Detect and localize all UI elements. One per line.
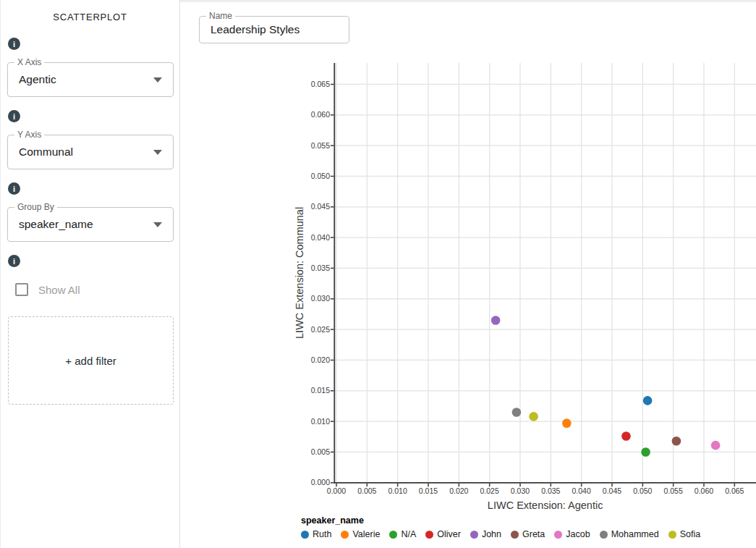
legend-item-N/A[interactable]: N/A xyxy=(389,529,416,539)
y-tick-label: 0.060 xyxy=(311,110,330,119)
y-tick-label: 0.020 xyxy=(311,355,330,364)
legend-items: RuthValerieN/AOliverJohnGretaJacobMohamm… xyxy=(301,529,700,539)
x-tick-label: 0.000 xyxy=(327,486,346,495)
y-axis-select[interactable]: Y Axis Communal xyxy=(7,135,174,169)
chart-panel: Name Leadership Styles 0.0000.0050.0100.… xyxy=(180,0,756,548)
y-tick-label: 0.065 xyxy=(311,80,330,88)
info-icon-y-axis[interactable]: i xyxy=(8,110,20,122)
scatter-point-Mohammed[interactable] xyxy=(512,408,522,417)
x-tick-label: 0.055 xyxy=(664,486,683,495)
scatter-point-Greta[interactable] xyxy=(672,437,681,446)
legend-item-Oliver[interactable]: Oliver xyxy=(425,529,461,539)
legend-item-John[interactable]: John xyxy=(470,529,501,539)
legend-swatch-icon xyxy=(470,531,478,539)
sidebar-title: SCATTERPLOT xyxy=(1,12,179,22)
legend-item-Jacob[interactable]: Jacob xyxy=(554,529,590,539)
show-all-toggle[interactable]: Show All xyxy=(15,282,80,297)
legend-label: Ruth xyxy=(313,529,331,539)
y-axis-field-value: Communal xyxy=(19,146,73,159)
y-tick-label: 0.000 xyxy=(311,478,330,486)
legend-swatch-icon xyxy=(301,531,309,539)
legend-swatch-icon xyxy=(389,531,397,539)
x-axis-field-label: X Axis xyxy=(14,57,44,67)
legend-label: John xyxy=(482,529,501,539)
y-axis-field-label: Y Axis xyxy=(14,130,44,140)
group-by-select[interactable]: Group By speaker_name xyxy=(7,207,174,242)
x-tick-label: 0.060 xyxy=(695,486,713,495)
chevron-down-icon xyxy=(153,77,162,83)
scatter-point-N/A[interactable] xyxy=(641,447,650,457)
x-tick-label: 0.030 xyxy=(511,486,530,495)
y-tick-label: 0.040 xyxy=(311,233,330,242)
chart-legend: speaker_name RuthValerieN/AOliverJohnGre… xyxy=(301,515,700,539)
legend-swatch-icon xyxy=(425,531,433,539)
group-by-field-value: speaker_name xyxy=(19,218,93,231)
legend-label: Valerie xyxy=(352,529,380,539)
x-tick-label: 0.065 xyxy=(725,486,744,495)
x-axis-field-value: Agentic xyxy=(19,73,56,86)
show-all-label: Show All xyxy=(38,284,80,296)
legend-label: Jacob xyxy=(566,529,590,539)
chevron-down-icon xyxy=(153,222,162,227)
chevron-down-icon xyxy=(153,150,162,155)
legend-item-Mohammed[interactable]: Mohammed xyxy=(600,529,659,539)
y-tick-label: 0.025 xyxy=(311,325,330,334)
legend-item-Greta[interactable]: Greta xyxy=(511,529,545,539)
legend-swatch-icon xyxy=(511,531,519,539)
y-tick-label: 0.010 xyxy=(311,417,330,426)
legend-item-Ruth[interactable]: Ruth xyxy=(301,529,331,539)
legend-item-Valerie[interactable]: Valerie xyxy=(341,529,380,539)
y-tick-label: 0.045 xyxy=(311,202,330,211)
legend-item-Sofia[interactable]: Sofia xyxy=(668,529,701,539)
legend-title: speaker_name xyxy=(301,515,700,526)
y-tick-label: 0.035 xyxy=(311,264,330,272)
x-tick-label: 0.015 xyxy=(419,486,438,495)
scatterplot-chart: 0.0000.0050.0100.0150.0200.0250.0300.035… xyxy=(181,0,756,548)
show-all-checkbox[interactable] xyxy=(15,283,28,296)
scatter-point-Jacob[interactable] xyxy=(711,441,721,450)
scatter-point-Sofia[interactable] xyxy=(529,412,538,421)
add-filter-button[interactable]: + add filter xyxy=(8,316,174,405)
info-icon-show-all[interactable]: i xyxy=(8,255,20,267)
x-tick-label: 0.035 xyxy=(541,486,560,495)
x-axis-select[interactable]: X Axis Agentic xyxy=(7,62,174,97)
y-tick-label: 0.005 xyxy=(311,447,330,456)
x-tick-label: 0.050 xyxy=(633,486,652,495)
legend-swatch-icon xyxy=(554,531,562,539)
info-icon-x-axis[interactable]: i xyxy=(8,38,20,50)
scatter-point-Oliver[interactable] xyxy=(621,431,631,441)
y-tick-label: 0.050 xyxy=(311,172,330,180)
scatter-point-John[interactable] xyxy=(491,316,501,325)
legend-label: N/A xyxy=(401,529,416,539)
legend-label: Greta xyxy=(522,529,545,539)
y-axis-title: LIWC Extension: Communal xyxy=(294,207,305,339)
y-tick-label: 0.030 xyxy=(311,294,330,303)
x-tick-label: 0.010 xyxy=(388,486,407,495)
info-icon-group-by[interactable]: i xyxy=(8,182,20,195)
legend-swatch-icon xyxy=(600,531,608,539)
scatter-point-Valerie[interactable] xyxy=(562,418,572,428)
config-sidebar: SCATTERPLOT i X Axis Agentic i Y Axis Co… xyxy=(0,0,180,548)
group-by-field-label: Group By xyxy=(14,202,57,212)
info-glyph: i xyxy=(13,185,15,193)
legend-label: Oliver xyxy=(437,529,461,539)
legend-swatch-icon xyxy=(668,531,676,539)
x-tick-label: 0.020 xyxy=(449,486,468,495)
info-glyph: i xyxy=(13,257,15,266)
legend-label: Sofia xyxy=(680,529,701,539)
info-glyph: i xyxy=(13,40,15,49)
x-tick-label: 0.045 xyxy=(603,486,621,495)
x-tick-label: 0.025 xyxy=(480,486,499,495)
x-tick-label: 0.040 xyxy=(572,486,591,495)
legend-swatch-icon xyxy=(341,531,349,539)
info-glyph: i xyxy=(13,112,15,121)
y-tick-label: 0.055 xyxy=(311,141,330,150)
y-tick-label: 0.015 xyxy=(311,386,330,395)
x-axis-title: LIWC Extension: Agentic xyxy=(488,499,603,511)
add-filter-label: + add filter xyxy=(65,355,116,367)
scatter-point-Ruth[interactable] xyxy=(643,396,653,405)
legend-label: Mohammed xyxy=(611,529,659,539)
x-tick-label: 0.005 xyxy=(357,486,376,495)
